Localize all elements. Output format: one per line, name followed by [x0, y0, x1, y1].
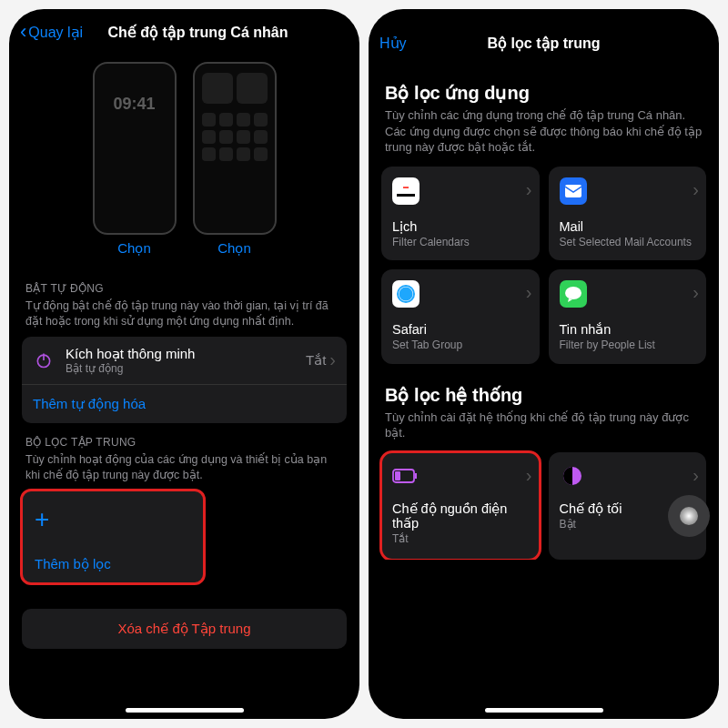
cancel-button[interactable]: Hủy: [379, 35, 407, 52]
tile-calendar[interactable]: ▬▬▬ › Lịch Filter Calendars: [381, 167, 540, 261]
tile-sub: Filter Calendars: [392, 236, 529, 250]
smart-activation-row[interactable]: Kích hoạt thông minh Bật tự động Tắt ›: [22, 337, 347, 384]
sys-filters-title: Bộ lọc hệ thống: [385, 384, 703, 406]
tile-mail[interactable]: › Mail Set Selected Mail Accounts: [549, 167, 707, 261]
auto-on-desc: Tự động bật chế độ tập trung này vào thờ…: [25, 298, 343, 329]
home-indicator[interactable]: [126, 708, 244, 713]
back-button[interactable]: ‹ Quay lại: [20, 22, 83, 42]
chevron-right-icon: ›: [329, 349, 336, 370]
smart-activation-sub: Bật tự động: [66, 362, 295, 375]
svg-rect-2: [565, 185, 581, 197]
smart-activation-title: Kích hoạt thông minh: [66, 346, 295, 362]
sys-tiles: › Chế độ nguồn điện thấp Tắt › Chế độ tố…: [381, 452, 706, 560]
safari-icon: [392, 280, 420, 308]
automation-card: Kích hoạt thông minh Bật tự động Tắt › T…: [22, 337, 347, 423]
tile-low-power[interactable]: › Chế độ nguồn điện thấp Tắt: [381, 452, 540, 560]
tile-title: Tin nhắn: [560, 322, 696, 337]
smart-activation-status: Tắt: [306, 352, 326, 369]
chevron-right-icon: ›: [526, 465, 532, 486]
content-right: Bộ lọc ứng dụng Tùy chỉnh các ứng dụng t…: [369, 62, 719, 560]
home-indicator[interactable]: [485, 708, 603, 713]
app-filters-desc: Tùy chỉnh các ứng dụng trong chế độ tập …: [385, 107, 703, 156]
lock-screen-preview[interactable]: 09:41 Chọn: [93, 62, 177, 257]
tile-title: Mail: [560, 219, 696, 234]
chevron-right-icon: ›: [693, 179, 699, 200]
plus-icon: +: [35, 512, 191, 528]
add-filter-card[interactable]: + Thêm bộ lọc: [22, 490, 204, 584]
svg-point-6: [565, 287, 581, 299]
content-left: 09:41 Chọn Chọn BẬT TỰ ĐỘNG Tự động bật …: [9, 51, 359, 649]
screen-previews: 09:41 Chọn Chọn: [22, 51, 347, 269]
chevron-left-icon: ‹: [20, 22, 26, 42]
nav-header: ‹ Quay lại Chế độ tập trung Cá nhân: [9, 9, 359, 51]
tile-sub: Set Selected Mail Accounts: [560, 236, 696, 250]
tile-title: Lịch: [392, 219, 529, 234]
chevron-right-icon: ›: [526, 282, 532, 303]
messages-icon: [560, 280, 587, 308]
tile-title: Safari: [392, 322, 529, 337]
app-filters-title: Bộ lọc ứng dụng: [385, 82, 703, 104]
power-icon: [33, 349, 55, 371]
filters-header: BỘ LỌC TẬP TRUNG: [25, 436, 343, 449]
choose-button[interactable]: Chọn: [217, 240, 251, 257]
chevron-right-icon: ›: [526, 179, 532, 200]
app-tiles: ▬▬▬ › Lịch Filter Calendars › Mail Set S…: [381, 167, 706, 364]
tile-title: Chế độ nguồn điện thấp: [392, 501, 529, 531]
dark-mode-icon: [560, 463, 585, 489]
sys-filters-desc: Tùy chỉnh cài đặt hệ thống khi chế độ tậ…: [385, 410, 703, 441]
mail-icon: [560, 177, 587, 205]
svg-rect-8: [415, 473, 417, 479]
phone-left: ‹ Quay lại Chế độ tập trung Cá nhân 09:4…: [9, 9, 359, 719]
choose-button[interactable]: Chọn: [117, 240, 151, 257]
tile-messages[interactable]: › Tin nhắn Filter by People List: [549, 269, 707, 364]
add-filter-label: Thêm bộ lọc: [35, 556, 191, 572]
assistive-touch-button[interactable]: [668, 495, 710, 537]
back-label: Quay lại: [28, 24, 83, 41]
auto-on-header: BẬT TỰ ĐỘNG: [25, 282, 343, 295]
phone-right: Hủy Bộ lọc tập trung Bộ lọc ứng dụng Tùy…: [369, 9, 719, 719]
phone-frame-icon: 09:41: [93, 62, 177, 235]
tile-status: Tắt: [392, 532, 529, 547]
page-title: Bộ lọc tập trung: [369, 35, 719, 52]
phone-frame-icon: [193, 62, 277, 235]
calendar-icon: ▬▬▬: [392, 177, 420, 205]
svg-point-5: [399, 288, 413, 301]
tile-sub: Set Tab Group: [392, 339, 529, 353]
tile-safari[interactable]: › Safari Set Tab Group: [381, 269, 540, 364]
home-screen-preview[interactable]: Chọn: [193, 62, 277, 257]
chevron-right-icon: ›: [693, 465, 699, 486]
battery-icon: [392, 463, 418, 489]
filters-desc: Tùy chỉnh hoạt động của các ứng dụng và …: [25, 452, 343, 483]
add-automation-button[interactable]: Thêm tự động hóa: [22, 384, 347, 423]
tile-sub: Filter by People List: [560, 339, 696, 353]
chevron-right-icon: ›: [693, 282, 699, 303]
svg-rect-9: [395, 471, 400, 480]
delete-focus-button[interactable]: Xóa chế độ Tập trung: [22, 609, 347, 649]
lock-time: 09:41: [102, 95, 167, 114]
nav-header: Hủy Bộ lọc tập trung: [369, 9, 719, 62]
